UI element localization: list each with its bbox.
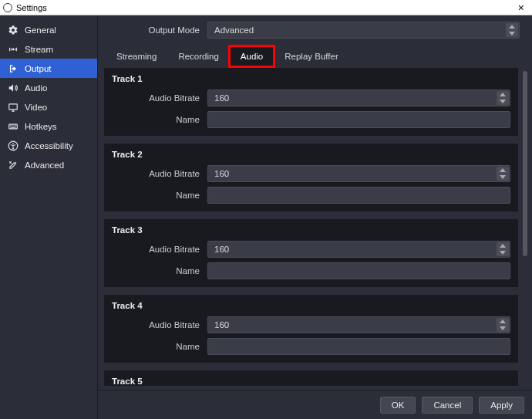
output-mode-label: Output Mode xyxy=(106,25,200,35)
sidebar-item-stream[interactable]: Stream xyxy=(0,39,97,59)
sidebar-item-advanced[interactable]: Advanced xyxy=(0,155,97,174)
svg-point-0 xyxy=(12,49,14,50)
content-pane: Output Mode Advanced Streaming Recording… xyxy=(98,15,532,419)
svg-point-4 xyxy=(12,143,14,144)
accessibility-icon xyxy=(8,140,19,151)
sidebar-item-hotkeys[interactable]: Hotkeys xyxy=(0,117,97,136)
audio-bitrate-input[interactable] xyxy=(207,241,510,258)
track-title: Track 4 xyxy=(112,301,510,310)
app-icon xyxy=(3,3,12,12)
speaker-icon xyxy=(8,83,19,93)
svg-rect-2 xyxy=(9,124,18,129)
sidebar-item-audio[interactable]: Audio xyxy=(0,78,97,97)
tab-streaming[interactable]: Streaming xyxy=(106,46,167,66)
tab-replay-buffer[interactable]: Replay Buffer xyxy=(274,46,348,66)
name-label: Name xyxy=(112,342,200,351)
track-name-input[interactable] xyxy=(207,262,510,279)
name-label: Name xyxy=(112,266,200,275)
cancel-button[interactable]: Cancel xyxy=(422,397,473,414)
track-group-4: Track 4 Audio Bitrate Name xyxy=(104,295,518,363)
broadcast-icon xyxy=(8,44,19,55)
stepper-icon[interactable] xyxy=(497,91,509,105)
audio-tracks-scroll: Track 1 Audio Bitrate Name xyxy=(98,66,523,390)
output-tabs: Streaming Recording Audio Replay Buffer xyxy=(106,46,520,66)
output-mode-value: Advanced xyxy=(207,22,520,39)
sidebar-item-label: Stream xyxy=(25,45,53,54)
output-icon xyxy=(8,63,19,74)
track-title: Track 1 xyxy=(112,74,510,83)
monitor-icon xyxy=(8,102,19,113)
track-title: Track 2 xyxy=(112,150,510,159)
track-title: Track 5 xyxy=(112,377,510,386)
sidebar-item-label: Accessibility xyxy=(25,141,73,150)
stepper-icon[interactable] xyxy=(497,167,509,181)
sidebar-item-label: General xyxy=(25,25,56,35)
titlebar: Settings × xyxy=(0,0,532,15)
tab-audio[interactable]: Audio xyxy=(230,46,274,66)
audio-bitrate-label: Audio Bitrate xyxy=(112,320,200,329)
scrollbar-thumb[interactable] xyxy=(523,71,527,256)
track-group-3: Track 3 Audio Bitrate Name xyxy=(104,219,518,287)
sidebar-item-label: Advanced xyxy=(25,161,64,170)
window-title: Settings xyxy=(16,3,513,12)
audio-bitrate-label: Audio Bitrate xyxy=(112,245,200,254)
audio-bitrate-label: Audio Bitrate xyxy=(112,93,200,103)
close-icon[interactable]: × xyxy=(513,2,529,13)
track-name-input[interactable] xyxy=(207,338,510,355)
track-title: Track 3 xyxy=(112,225,510,235)
track-name-input[interactable] xyxy=(207,111,510,128)
audio-bitrate-input[interactable] xyxy=(207,165,510,182)
vertical-scrollbar[interactable] xyxy=(523,71,527,385)
dialog-button-bar: OK Cancel Apply xyxy=(98,390,532,419)
keyboard-icon xyxy=(8,121,19,132)
sidebar-item-general[interactable]: General xyxy=(0,20,97,39)
sidebar: General Stream Output Audio Video xyxy=(0,15,98,419)
sidebar-item-video[interactable]: Video xyxy=(0,97,97,117)
tools-icon xyxy=(8,160,19,171)
output-mode-row: Output Mode Advanced xyxy=(106,22,520,39)
audio-bitrate-label: Audio Bitrate xyxy=(112,169,200,178)
sidebar-item-output[interactable]: Output xyxy=(0,59,97,78)
svg-rect-1 xyxy=(9,103,18,109)
gear-icon xyxy=(8,25,19,35)
sidebar-item-accessibility[interactable]: Accessibility xyxy=(0,136,97,155)
stepper-icon[interactable] xyxy=(497,242,509,256)
track-name-input[interactable] xyxy=(207,187,510,204)
sidebar-item-label: Hotkeys xyxy=(25,122,57,131)
ok-button[interactable]: OK xyxy=(380,397,416,414)
output-mode-select[interactable]: Advanced xyxy=(207,22,520,39)
track-group-2: Track 2 Audio Bitrate Name xyxy=(104,144,518,211)
name-label: Name xyxy=(112,191,200,200)
audio-bitrate-input[interactable] xyxy=(207,316,510,333)
tab-recording[interactable]: Recording xyxy=(167,46,229,66)
audio-bitrate-input[interactable] xyxy=(207,90,510,106)
track-group-1: Track 1 Audio Bitrate Name xyxy=(104,68,518,136)
sidebar-item-label: Video xyxy=(25,103,47,112)
dropdown-spinner-icon[interactable] xyxy=(506,23,518,37)
track-group-5: Track 5 xyxy=(104,370,518,386)
sidebar-item-label: Output xyxy=(25,64,52,73)
apply-button[interactable]: Apply xyxy=(479,397,524,414)
name-label: Name xyxy=(112,115,200,124)
stepper-icon[interactable] xyxy=(497,318,509,332)
sidebar-item-label: Audio xyxy=(25,83,47,93)
